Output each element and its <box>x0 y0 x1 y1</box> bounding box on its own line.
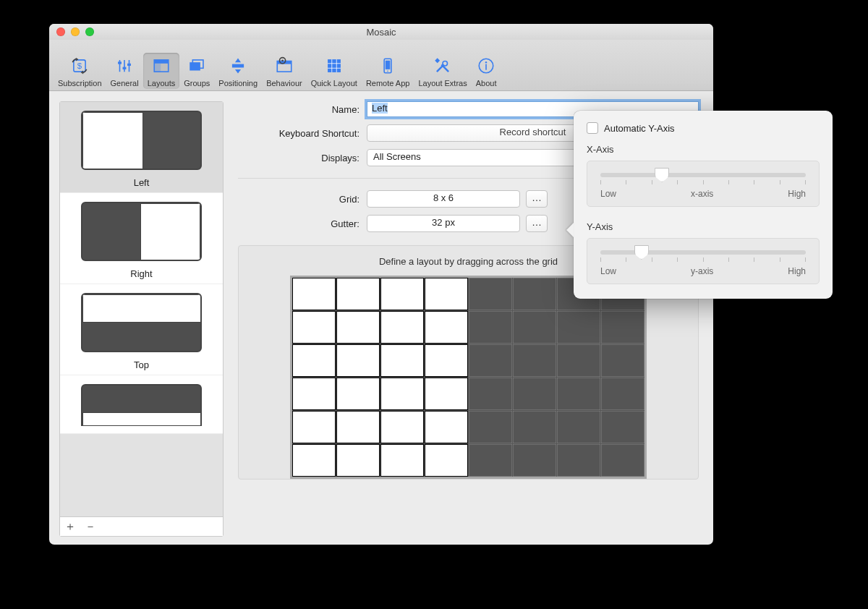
grid-cell[interactable] <box>380 311 424 344</box>
gutter-more-button[interactable]: … <box>526 215 548 232</box>
svg-marker-2 <box>76 58 78 61</box>
grid-cell[interactable] <box>380 344 424 377</box>
y-slider[interactable] <box>600 250 806 255</box>
svg-rect-11 <box>154 60 169 64</box>
grid-cell[interactable] <box>513 378 556 410</box>
grid-more-button[interactable]: … <box>526 190 548 208</box>
layout-thumb <box>81 384 202 426</box>
x-slider[interactable] <box>600 173 806 177</box>
grid-cell[interactable] <box>513 278 556 310</box>
toolbar-layouts[interactable]: Layouts <box>143 53 180 89</box>
grid-cell[interactable] <box>469 378 512 410</box>
grid-cell[interactable] <box>336 278 380 310</box>
grid-cell[interactable] <box>425 411 468 443</box>
svg-point-21 <box>281 59 283 61</box>
grid-cell[interactable] <box>513 411 556 443</box>
grid-cell[interactable] <box>380 378 424 410</box>
grid-cell[interactable] <box>380 278 424 310</box>
layout-item-partial[interactable] <box>60 375 223 434</box>
toolbar-about[interactable]: About <box>472 53 501 89</box>
grid-cell[interactable] <box>336 378 380 410</box>
layout-item-right[interactable]: Right <box>60 193 223 284</box>
svg-rect-22 <box>328 59 341 72</box>
auto-y-checkbox[interactable] <box>587 122 598 134</box>
y-mid-label: y-axis <box>691 266 713 276</box>
grid-cell[interactable] <box>336 444 380 477</box>
grid-cell[interactable] <box>292 444 336 477</box>
layout-item-top[interactable]: Top <box>60 284 223 375</box>
toolbar-behaviour[interactable]: Behaviour <box>262 53 307 89</box>
grid-cell[interactable] <box>601 378 644 410</box>
svg-point-30 <box>443 61 448 67</box>
auto-y-label: Automatic Y-Axis <box>604 123 675 134</box>
grid-cell[interactable] <box>557 378 600 410</box>
sliders-icon <box>114 56 135 76</box>
layout-label: Left <box>69 177 214 188</box>
toolbar-general[interactable]: General <box>106 53 143 89</box>
svg-rect-12 <box>154 64 161 72</box>
grid-cell[interactable] <box>601 411 644 443</box>
grid-cell[interactable] <box>557 311 600 344</box>
grid-cell[interactable] <box>380 411 424 443</box>
svg-point-29 <box>387 71 388 72</box>
grid-cell[interactable] <box>601 311 644 344</box>
grid-cell[interactable] <box>425 278 468 310</box>
layout-thumb <box>81 202 202 261</box>
grid-cell[interactable] <box>513 344 556 377</box>
layout-item-left[interactable]: Left <box>60 102 223 193</box>
remove-layout-button[interactable]: － <box>80 519 101 535</box>
grid-cell[interactable] <box>469 444 512 477</box>
zoom-icon[interactable] <box>85 27 94 36</box>
grid-cell[interactable] <box>425 444 468 477</box>
arrows-vertical-icon <box>228 56 248 76</box>
grid-cell[interactable] <box>292 411 336 443</box>
grid-cell[interactable] <box>469 411 512 443</box>
toolbar-positioning[interactable]: Positioning <box>214 53 262 89</box>
close-icon[interactable] <box>56 27 65 36</box>
toolbar-label: Behaviour <box>266 79 302 88</box>
grid-cell[interactable] <box>425 344 468 377</box>
layout-thumb <box>81 293 202 352</box>
toolbar-quick-layout[interactable]: Quick Layout <box>307 53 362 89</box>
layout-label: Top <box>69 359 214 370</box>
grid-cell[interactable] <box>336 311 380 344</box>
grid-cell[interactable] <box>336 411 380 443</box>
grid-cell[interactable] <box>292 311 336 344</box>
grid-cell[interactable] <box>336 344 380 377</box>
phone-icon <box>378 56 398 76</box>
toolbar-layout-extras[interactable]: Layout Extras <box>414 53 471 89</box>
grid-cell[interactable] <box>557 411 600 443</box>
toolbar-remote-app[interactable]: Remote App <box>362 53 414 89</box>
toolbar-label: Quick Layout <box>311 79 357 88</box>
grid-cell[interactable] <box>601 444 644 477</box>
grid-cell[interactable] <box>469 278 512 310</box>
layout-icon <box>151 56 171 76</box>
grid-cell[interactable] <box>292 278 336 310</box>
displays-label: Displays: <box>238 153 367 163</box>
minimize-icon[interactable] <box>71 27 80 36</box>
info-icon <box>476 56 496 76</box>
grid-cell[interactable] <box>425 311 468 344</box>
toolbar-subscription[interactable]: $ Subscription <box>54 53 106 89</box>
grid-cell[interactable] <box>513 444 556 477</box>
grid-cell[interactable] <box>557 444 600 477</box>
svg-marker-16 <box>235 58 241 62</box>
grid-cell[interactable] <box>601 344 644 377</box>
grid-cell[interactable] <box>469 311 512 344</box>
y-slider-wrap: Low y-axis High <box>587 238 820 284</box>
toolbar-label: Layout Extras <box>418 79 467 88</box>
grid-cell[interactable] <box>557 344 600 377</box>
grid-cell[interactable] <box>469 344 512 377</box>
grid-cell[interactable] <box>513 311 556 344</box>
grid-cell[interactable] <box>380 444 424 477</box>
x-high-label: High <box>788 189 806 199</box>
grid-cell[interactable] <box>425 378 468 410</box>
dollar-refresh-icon: $ <box>69 56 90 76</box>
layout-grid[interactable] <box>290 276 647 479</box>
svg-rect-31 <box>435 58 440 63</box>
grid-cell[interactable] <box>292 378 336 410</box>
toolbar-groups[interactable]: Groups <box>179 53 214 89</box>
add-layout-button[interactable]: ＋ <box>60 519 80 535</box>
shortcut-label: Keyboard Shortcut: <box>238 128 367 139</box>
grid-cell[interactable] <box>292 344 336 377</box>
